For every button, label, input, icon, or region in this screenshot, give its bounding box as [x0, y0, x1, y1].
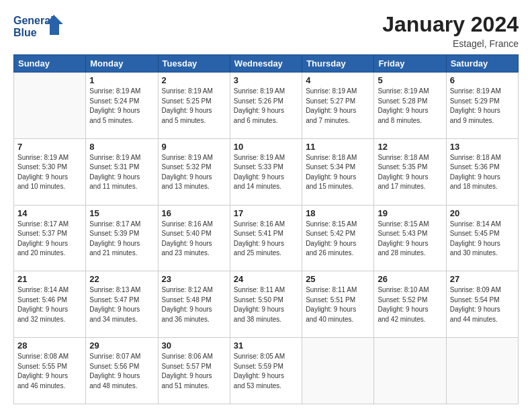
calendar-cell: 7Sunrise: 8:19 AMSunset: 5:30 PMDaylight… — [14, 138, 86, 205]
weekday-header: Saturday — [446, 55, 518, 73]
day-number: 27 — [450, 274, 515, 284]
page: GeneralBlue January 2024 Estagel, France… — [0, 0, 532, 411]
day-info: Sunrise: 8:16 AMSunset: 5:41 PMDaylight:… — [234, 220, 298, 259]
calendar-cell: 28Sunrise: 8:08 AMSunset: 5:55 PMDayligh… — [14, 338, 86, 404]
day-number: 17 — [234, 208, 298, 218]
day-info: Sunrise: 8:19 AMSunset: 5:30 PMDaylight:… — [17, 153, 82, 192]
logo-icon: GeneralBlue — [13, 12, 67, 42]
day-number: 25 — [306, 274, 370, 284]
calendar-cell: 15Sunrise: 8:17 AMSunset: 5:39 PMDayligh… — [86, 205, 158, 271]
day-info: Sunrise: 8:11 AMSunset: 5:50 PMDaylight:… — [234, 285, 298, 324]
day-number: 19 — [378, 208, 442, 218]
title-block: January 2024 Estagel, France — [382, 12, 519, 49]
logo: GeneralBlue — [13, 12, 67, 42]
day-number: 2 — [162, 75, 226, 85]
day-info: Sunrise: 8:10 AMSunset: 5:52 PMDaylight:… — [378, 285, 442, 324]
calendar-cell: 26Sunrise: 8:10 AMSunset: 5:52 PMDayligh… — [374, 271, 446, 338]
day-number: 10 — [234, 142, 298, 152]
calendar-cell: 13Sunrise: 8:18 AMSunset: 5:36 PMDayligh… — [446, 138, 518, 205]
day-info: Sunrise: 8:15 AMSunset: 5:42 PMDaylight:… — [306, 220, 370, 259]
calendar-cell: 14Sunrise: 8:17 AMSunset: 5:37 PMDayligh… — [14, 205, 86, 271]
calendar-cell — [302, 338, 374, 404]
day-info: Sunrise: 8:18 AMSunset: 5:34 PMDaylight:… — [306, 153, 370, 192]
day-info: Sunrise: 8:07 AMSunset: 5:56 PMDaylight:… — [89, 352, 154, 391]
day-info: Sunrise: 8:13 AMSunset: 5:47 PMDaylight:… — [89, 285, 154, 324]
day-number: 26 — [378, 274, 442, 284]
day-info: Sunrise: 8:19 AMSunset: 5:33 PMDaylight:… — [234, 153, 298, 192]
day-number: 9 — [162, 142, 226, 152]
day-info: Sunrise: 8:18 AMSunset: 5:36 PMDaylight:… — [450, 153, 515, 192]
day-info: Sunrise: 8:19 AMSunset: 5:28 PMDaylight:… — [378, 87, 442, 126]
weekday-header: Tuesday — [158, 55, 230, 73]
calendar-cell: 12Sunrise: 8:18 AMSunset: 5:35 PMDayligh… — [374, 138, 446, 205]
calendar-cell: 5Sunrise: 8:19 AMSunset: 5:28 PMDaylight… — [374, 73, 446, 139]
calendar-cell: 11Sunrise: 8:18 AMSunset: 5:34 PMDayligh… — [302, 138, 374, 205]
weekday-header: Thursday — [302, 55, 374, 73]
calendar-cell: 1Sunrise: 8:19 AMSunset: 5:24 PMDaylight… — [86, 73, 158, 139]
header: GeneralBlue January 2024 Estagel, France — [13, 12, 519, 49]
day-info: Sunrise: 8:17 AMSunset: 5:37 PMDaylight:… — [17, 220, 82, 259]
day-number: 1 — [89, 75, 154, 85]
day-info: Sunrise: 8:18 AMSunset: 5:35 PMDaylight:… — [378, 153, 442, 192]
day-number: 8 — [89, 142, 154, 152]
calendar-cell: 29Sunrise: 8:07 AMSunset: 5:56 PMDayligh… — [86, 338, 158, 404]
day-number: 4 — [306, 75, 370, 85]
calendar-cell — [14, 73, 86, 139]
day-number: 12 — [378, 142, 442, 152]
day-info: Sunrise: 8:12 AMSunset: 5:48 PMDaylight:… — [162, 285, 226, 324]
calendar-cell: 10Sunrise: 8:19 AMSunset: 5:33 PMDayligh… — [230, 138, 302, 205]
calendar-cell: 4Sunrise: 8:19 AMSunset: 5:27 PMDaylight… — [302, 73, 374, 139]
day-info: Sunrise: 8:08 AMSunset: 5:55 PMDaylight:… — [17, 352, 82, 391]
day-number: 24 — [234, 274, 298, 284]
month-title: January 2024 — [382, 12, 519, 37]
calendar-cell: 19Sunrise: 8:15 AMSunset: 5:43 PMDayligh… — [374, 205, 446, 271]
day-info: Sunrise: 8:19 AMSunset: 5:27 PMDaylight:… — [306, 87, 370, 126]
day-info: Sunrise: 8:19 AMSunset: 5:26 PMDaylight:… — [234, 87, 298, 126]
day-info: Sunrise: 8:15 AMSunset: 5:43 PMDaylight:… — [378, 220, 442, 259]
calendar-cell: 9Sunrise: 8:19 AMSunset: 5:32 PMDaylight… — [158, 138, 230, 205]
day-number: 28 — [17, 340, 82, 351]
day-number: 30 — [162, 340, 226, 351]
calendar-cell: 2Sunrise: 8:19 AMSunset: 5:25 PMDaylight… — [158, 73, 230, 139]
day-info: Sunrise: 8:06 AMSunset: 5:57 PMDaylight:… — [162, 352, 226, 391]
day-info: Sunrise: 8:19 AMSunset: 5:25 PMDaylight:… — [162, 87, 226, 126]
day-number: 6 — [450, 75, 515, 85]
calendar-table: SundayMondayTuesdayWednesdayThursdayFrid… — [13, 54, 519, 404]
day-number: 22 — [89, 274, 154, 284]
calendar-cell: 27Sunrise: 8:09 AMSunset: 5:54 PMDayligh… — [446, 271, 518, 338]
calendar-cell — [446, 338, 518, 404]
calendar-cell: 30Sunrise: 8:06 AMSunset: 5:57 PMDayligh… — [158, 338, 230, 404]
svg-text:General: General — [13, 15, 54, 26]
weekday-header: Wednesday — [230, 55, 302, 73]
calendar-cell: 16Sunrise: 8:16 AMSunset: 5:40 PMDayligh… — [158, 205, 230, 271]
day-number: 15 — [89, 208, 154, 218]
calendar-cell: 20Sunrise: 8:14 AMSunset: 5:45 PMDayligh… — [446, 205, 518, 271]
day-info: Sunrise: 8:19 AMSunset: 5:29 PMDaylight:… — [450, 87, 515, 126]
day-number: 13 — [450, 142, 515, 152]
day-info: Sunrise: 8:19 AMSunset: 5:32 PMDaylight:… — [162, 153, 226, 192]
day-number: 11 — [306, 142, 370, 152]
day-number: 7 — [17, 142, 82, 152]
day-number: 5 — [378, 75, 442, 85]
day-info: Sunrise: 8:19 AMSunset: 5:31 PMDaylight:… — [89, 153, 154, 192]
day-number: 18 — [306, 208, 370, 218]
weekday-header: Monday — [86, 55, 158, 73]
day-number: 3 — [234, 75, 298, 85]
calendar-cell: 25Sunrise: 8:11 AMSunset: 5:51 PMDayligh… — [302, 271, 374, 338]
day-info: Sunrise: 8:05 AMSunset: 5:59 PMDaylight:… — [234, 352, 298, 391]
calendar-cell: 24Sunrise: 8:11 AMSunset: 5:50 PMDayligh… — [230, 271, 302, 338]
day-number: 23 — [162, 274, 226, 284]
day-info: Sunrise: 8:16 AMSunset: 5:40 PMDaylight:… — [162, 220, 226, 259]
day-number: 14 — [17, 208, 82, 218]
location: Estagel, France — [382, 38, 519, 49]
day-info: Sunrise: 8:09 AMSunset: 5:54 PMDaylight:… — [450, 285, 515, 324]
calendar-cell: 22Sunrise: 8:13 AMSunset: 5:47 PMDayligh… — [86, 271, 158, 338]
weekday-header: Friday — [374, 55, 446, 73]
calendar-cell: 31Sunrise: 8:05 AMSunset: 5:59 PMDayligh… — [230, 338, 302, 404]
day-number: 20 — [450, 208, 515, 218]
day-number: 29 — [89, 340, 154, 351]
calendar-cell: 23Sunrise: 8:12 AMSunset: 5:48 PMDayligh… — [158, 271, 230, 338]
day-info: Sunrise: 8:11 AMSunset: 5:51 PMDaylight:… — [306, 285, 370, 324]
day-number: 16 — [162, 208, 226, 218]
calendar-cell — [374, 338, 446, 404]
